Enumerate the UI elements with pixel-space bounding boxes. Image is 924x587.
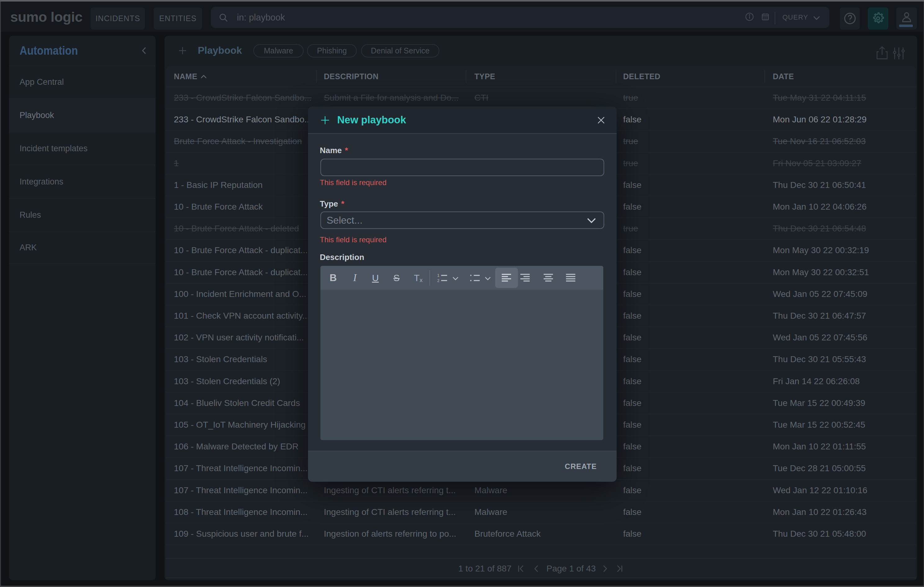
svg-text:1: 1 <box>437 273 439 278</box>
svg-text:2: 2 <box>437 279 439 283</box>
